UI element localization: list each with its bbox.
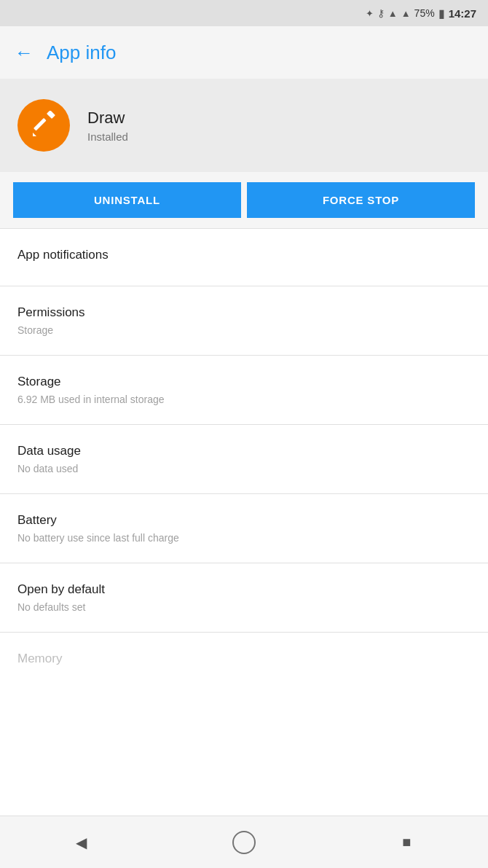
app-name: Draw xyxy=(87,109,128,128)
info-sections: App notifications Permissions Storage St… xyxy=(0,229,488,816)
back-nav-button[interactable]: ◀ xyxy=(60,821,103,864)
app-status: Installed xyxy=(87,130,128,143)
memory-title: Memory xyxy=(17,652,471,666)
svg-marker-1 xyxy=(33,133,36,136)
force-stop-button[interactable]: FORCE STOP xyxy=(247,182,475,218)
battery-item[interactable]: Battery No battery use since last full c… xyxy=(0,494,488,563)
storage-item[interactable]: Storage 6.92 MB used in internal storage xyxy=(0,356,488,424)
home-nav-button[interactable] xyxy=(222,821,266,864)
permissions-item[interactable]: Permissions Storage xyxy=(0,286,488,355)
storage-title: Storage xyxy=(17,375,471,389)
battery-title: Battery xyxy=(17,513,471,528)
app-info-text: Draw Installed xyxy=(87,109,128,143)
uninstall-button[interactable]: UNINSTALL xyxy=(13,182,241,218)
battery-icon xyxy=(438,7,445,20)
draw-app-icon xyxy=(29,111,58,140)
data-usage-subtitle: No data used xyxy=(17,463,471,474)
memory-item[interactable]: Memory xyxy=(0,633,488,689)
back-nav-icon: ◀ xyxy=(76,834,87,851)
open-by-default-title: Open by default xyxy=(17,582,471,597)
app-notifications-title: App notifications xyxy=(17,248,471,262)
bottom-nav: ◀ ■ xyxy=(0,816,488,868)
app-notifications-item[interactable]: App notifications xyxy=(0,229,488,286)
page-title: App info xyxy=(47,42,116,64)
open-by-default-item[interactable]: Open by default No defaults set xyxy=(0,563,488,632)
battery-text: 75% xyxy=(414,7,435,19)
top-bar: ← App info xyxy=(0,26,488,79)
data-usage-item[interactable]: Data usage No data used xyxy=(0,425,488,493)
wifi-icon xyxy=(388,7,398,20)
vpn-key-icon xyxy=(377,7,385,20)
signal-icon xyxy=(401,7,411,20)
battery-subtitle: No battery use since last full charge xyxy=(17,532,471,544)
app-icon xyxy=(17,99,70,152)
permissions-subtitle: Storage xyxy=(17,324,471,336)
open-by-default-subtitle: No defaults set xyxy=(17,601,471,613)
svg-rect-0 xyxy=(34,118,47,131)
status-bar: 75% 14:27 xyxy=(0,0,488,26)
time-display: 14:27 xyxy=(449,7,476,20)
back-button[interactable]: ← xyxy=(15,43,34,62)
app-card: Draw Installed xyxy=(0,79,488,172)
permissions-title: Permissions xyxy=(17,305,471,320)
home-nav-icon xyxy=(232,831,256,854)
recents-nav-button[interactable]: ■ xyxy=(385,821,428,864)
storage-subtitle: 6.92 MB used in internal storage xyxy=(17,394,471,405)
svg-rect-2 xyxy=(47,111,55,119)
action-buttons: UNINSTALL FORCE STOP xyxy=(0,172,488,228)
bluetooth-icon xyxy=(366,7,374,20)
status-icons: 75% 14:27 xyxy=(366,7,476,20)
recents-nav-icon: ■ xyxy=(402,834,411,851)
data-usage-title: Data usage xyxy=(17,444,471,458)
